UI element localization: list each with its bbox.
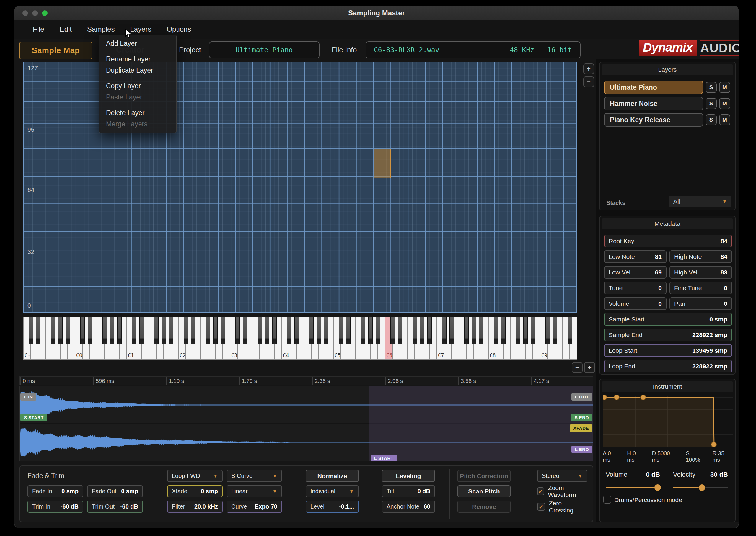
mute-button[interactable]: M (719, 114, 730, 125)
piano-key-black[interactable] (449, 317, 454, 345)
tune-field[interactable]: Tune0 (604, 282, 667, 294)
keyboard-zoom-out-button[interactable]: − (572, 362, 583, 373)
piano-key-black[interactable] (206, 317, 210, 345)
piano-key-black[interactable] (184, 317, 188, 345)
layer-piano-key-release[interactable]: Piano Key Release (604, 113, 703, 127)
piano-key-black[interactable] (88, 317, 92, 345)
piano-key-black[interactable] (110, 317, 114, 345)
piano-key-black[interactable] (501, 317, 505, 345)
tab-sample-map[interactable]: Sample Map (19, 42, 92, 59)
sample-end-field[interactable]: Sample End228922 smp (604, 328, 732, 341)
loop-start-marker[interactable]: L START (371, 454, 397, 461)
piano-key-black[interactable] (139, 317, 144, 345)
menu-samples[interactable]: Samples (80, 23, 122, 36)
pan-field[interactable]: Pan0 (670, 297, 732, 310)
volume-field[interactable]: Volume0 (604, 297, 667, 310)
piano-key-black[interactable] (391, 317, 395, 345)
file-info-field[interactable]: C6-83-RLXR_2.wav 48 KHz 16 bit (365, 41, 581, 58)
piano-key-black[interactable] (346, 317, 351, 345)
fade-out-field[interactable]: Fade Out0 smp (87, 485, 143, 497)
piano-key-black[interactable] (66, 317, 70, 345)
anchor-note-field[interactable]: Anchor Note60 (382, 501, 435, 513)
piano-key-black[interactable] (161, 317, 166, 345)
xfade-marker[interactable]: XFADE (570, 424, 592, 432)
piano-key-black[interactable] (51, 317, 55, 345)
adsr-envelope-graph[interactable] (603, 395, 733, 447)
high-note-field[interactable]: High Note84 (670, 250, 732, 263)
linear-dropdown[interactable]: Linear▼ (226, 485, 282, 497)
piano-key-black[interactable] (154, 317, 158, 345)
fade-in-field[interactable]: Fade In0 smp (27, 485, 83, 497)
loop-end-marker[interactable]: L END (571, 446, 592, 453)
solo-button[interactable]: S (705, 82, 717, 93)
level-field[interactable]: Level-0.1... (306, 501, 359, 513)
piano-key-black[interactable] (361, 317, 365, 345)
piano-key-black[interactable] (36, 317, 41, 345)
envelope-handle[interactable] (640, 395, 646, 400)
curve-field[interactable]: CurveExpo 70 (226, 501, 282, 513)
piano-key-black[interactable] (472, 317, 476, 345)
piano-key-black[interactable] (102, 317, 107, 345)
xfade-field[interactable]: Xfade0 smp (167, 485, 223, 497)
grid-zoom-in-button[interactable]: + (583, 63, 594, 74)
piano-key-black[interactable] (420, 317, 424, 345)
waveform-display[interactable]: F INS STARTF OUTS ENDXFADEL ENDL START (19, 386, 593, 461)
zero-crossing-checkbox[interactable]: ✓ (537, 503, 545, 511)
piano-key-black[interactable] (58, 317, 63, 345)
piano-key-black[interactable] (294, 317, 299, 345)
loop-end-field[interactable]: Loop End228922 smp (604, 360, 732, 373)
individual-dropdown[interactable]: Individual▼ (306, 485, 359, 497)
sample-start-marker[interactable]: S START (20, 414, 47, 421)
trim-out-field[interactable]: Trim Out-60 dB (87, 501, 143, 513)
piano-key-black[interactable] (413, 317, 417, 345)
piano-key-black[interactable] (523, 317, 528, 345)
drums-percussion-checkbox[interactable] (603, 495, 611, 504)
velocity-slider-handle[interactable] (699, 485, 705, 491)
menu-item-copy-layer[interactable]: Copy Layer (99, 80, 176, 91)
piano-key-black[interactable] (531, 317, 535, 345)
sample-start-field[interactable]: Sample Start0 smp (604, 313, 732, 325)
tilt-field[interactable]: Tilt0 dB (382, 485, 435, 497)
stacks-dropdown[interactable]: All ▼ (669, 196, 732, 208)
piano-key-black[interactable] (191, 317, 195, 345)
volume-slider-handle[interactable] (654, 485, 661, 491)
piano-key-black[interactable] (368, 317, 373, 345)
mute-button[interactable]: M (719, 82, 730, 93)
zoom-waveform-checkbox[interactable]: ✓ (537, 487, 544, 495)
layer-hammer-noise[interactable]: Hammer Noise (604, 97, 703, 110)
piano-key-black[interactable] (427, 317, 432, 345)
normalize-button[interactable]: Normalize (306, 470, 359, 482)
menu-item-add-layer[interactable]: Add Layer (99, 38, 176, 49)
piano-key-black[interactable] (479, 317, 483, 345)
piano-key-black[interactable] (324, 317, 328, 345)
scan-pitch-button[interactable]: Scan Pitch (458, 485, 511, 497)
piano-key-black[interactable] (243, 317, 247, 345)
root-key-field[interactable]: Root Key84 (604, 235, 732, 247)
leveling-button[interactable]: Leveling (382, 470, 435, 482)
s-curve-dropdown[interactable]: S Curve▼ (226, 470, 282, 482)
piano-key-black[interactable] (309, 317, 314, 345)
fade-in-marker[interactable]: F IN (20, 393, 36, 401)
mute-button[interactable]: M (719, 98, 730, 109)
piano-key-black[interactable] (258, 317, 262, 345)
piano-key-black[interactable] (494, 317, 498, 345)
high-vel-field[interactable]: High Vel83 (670, 266, 732, 279)
loop-region[interactable] (368, 386, 593, 461)
stereo-dropdown[interactable]: Stereo▼ (537, 470, 587, 482)
piano-key-black[interactable] (398, 317, 402, 345)
grid-zoom-out-button[interactable]: − (583, 77, 594, 87)
envelope-handle[interactable] (603, 395, 607, 400)
keyboard-zoom-in-button[interactable]: + (584, 362, 595, 373)
menu-item-rename-layer[interactable]: Rename Layer (99, 53, 176, 65)
trim-in-field[interactable]: Trim In-60 dB (27, 501, 83, 513)
loop-fwd-dropdown[interactable]: Loop FWD▼ (167, 470, 223, 482)
menu-file[interactable]: File (25, 23, 52, 36)
piano-key-black[interactable] (464, 317, 469, 345)
low-vel-field[interactable]: Low Vel69 (604, 266, 667, 279)
envelope-handle[interactable] (614, 395, 619, 400)
menu-edit[interactable]: Edit (52, 23, 80, 36)
piano-key-black[interactable] (545, 317, 550, 345)
solo-button[interactable]: S (705, 114, 717, 125)
piano-key-black[interactable] (169, 317, 173, 345)
piano-keyboard[interactable]: C-C0C1C2C3C4C5C6C7C8C9 (23, 317, 577, 360)
